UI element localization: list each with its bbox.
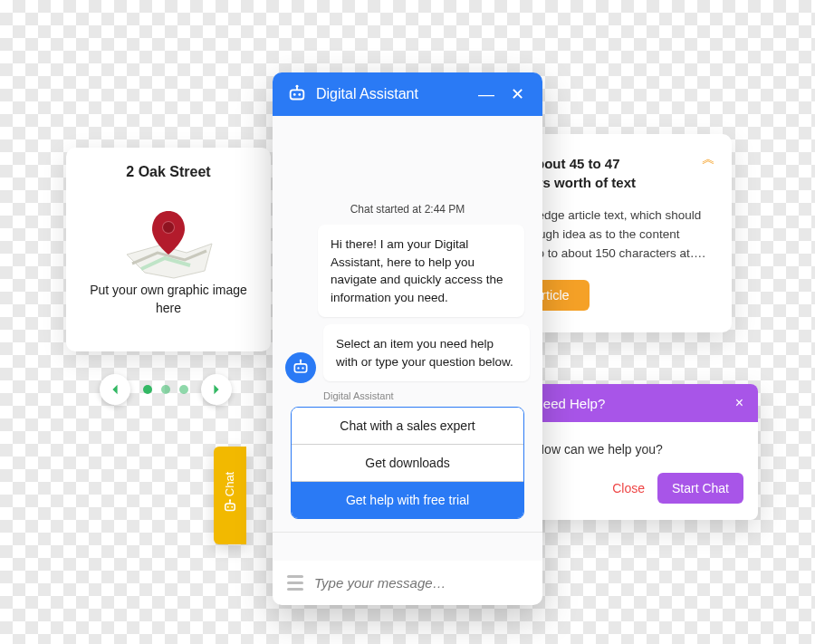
help-actions: Close Start Chat <box>519 466 758 520</box>
map-card-caption: Put your own graphic image here <box>79 282 258 317</box>
chat-window: Digital Assistant — ✕ Chat started at 2:… <box>273 72 542 605</box>
bot-icon <box>292 359 310 377</box>
chat-header: Digital Assistant — ✕ <box>273 72 542 116</box>
chat-started-label: Chat started at 2:44 PM <box>285 203 530 216</box>
map-card-title: 2 Oak Street <box>126 164 210 180</box>
svg-point-17 <box>300 360 302 362</box>
chat-tab-label: Chat <box>224 471 237 495</box>
bot-avatar <box>285 352 316 383</box>
chat-side-tab[interactable]: Chat <box>214 447 246 544</box>
carousel-dot[interactable] <box>143 385 152 394</box>
collapse-icon[interactable]: ︽ <box>702 150 715 168</box>
chat-message: Hi there! I am your Digital Assistant, h… <box>318 225 524 317</box>
bot-icon <box>287 84 307 104</box>
close-icon[interactable]: × <box>735 395 743 411</box>
chat-header-title: Digital Assistant <box>316 86 465 102</box>
sender-label: Digital Assistant <box>323 390 530 401</box>
chat-input-row <box>273 561 542 605</box>
svg-point-14 <box>297 368 299 370</box>
svg-rect-13 <box>294 364 306 372</box>
close-button[interactable]: ✕ <box>507 84 528 104</box>
help-widget: Need Help? × How can we help you? Close … <box>519 384 758 520</box>
svg-point-5 <box>231 505 233 507</box>
carousel-dot[interactable] <box>179 385 188 394</box>
chevron-left-icon <box>109 383 121 396</box>
chat-option-trial[interactable]: Get help with free trial <box>292 482 523 518</box>
map-graphic <box>114 200 223 282</box>
map-card: 2 Oak Street Put your own graphic image … <box>66 148 271 351</box>
carousel-dots <box>143 385 188 394</box>
chat-options: Chat with a sales expert Get downloads G… <box>291 407 524 519</box>
svg-point-15 <box>302 368 303 370</box>
help-close-button[interactable]: Close <box>612 481 645 495</box>
help-body: How can we help you? <box>519 422 758 466</box>
svg-point-12 <box>296 85 299 88</box>
chat-input[interactable] <box>314 575 528 591</box>
chevron-right-icon <box>210 383 223 396</box>
svg-point-9 <box>293 93 296 96</box>
svg-point-2 <box>163 222 174 233</box>
minimize-button[interactable]: — <box>475 85 498 104</box>
chat-option-downloads[interactable]: Get downloads <box>292 445 523 482</box>
carousel-prev-button[interactable] <box>100 374 130 405</box>
chat-message: Select an item you need help with or typ… <box>323 324 530 381</box>
help-header: Need Help? × <box>519 384 758 422</box>
svg-rect-8 <box>291 90 304 99</box>
svg-rect-3 <box>225 504 235 511</box>
chat-option-sales[interactable]: Chat with a sales expert <box>292 408 523 445</box>
carousel-dot[interactable] <box>161 385 170 394</box>
bot-icon <box>222 498 238 514</box>
help-header-title: Need Help? <box>533 396 605 411</box>
svg-point-4 <box>227 505 229 507</box>
svg-point-7 <box>229 499 231 501</box>
start-chat-button[interactable]: Start Chat <box>657 473 743 504</box>
svg-point-10 <box>298 93 301 96</box>
carousel-next-button[interactable] <box>201 374 232 405</box>
menu-icon[interactable] <box>287 575 303 591</box>
carousel-nav <box>100 374 232 405</box>
chat-body: Chat started at 2:44 PM Hi there! I am y… <box>273 116 542 561</box>
